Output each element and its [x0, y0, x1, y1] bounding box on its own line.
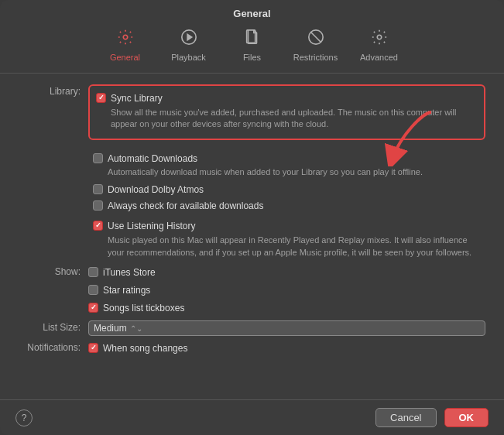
- ok-button[interactable]: OK: [444, 408, 489, 427]
- star-ratings-label: Star ratings: [103, 284, 150, 297]
- list-size-row: List Size: Medium ⌃⌄: [19, 320, 485, 336]
- automatic-downloads-row[interactable]: Automatic Downloads: [93, 151, 485, 167]
- list-size-label: List Size:: [19, 320, 88, 333]
- listening-history-checkbox[interactable]: [93, 221, 103, 231]
- songs-list-row[interactable]: Songs list tickboxes: [88, 300, 485, 317]
- listening-history-row[interactable]: Use Listening History: [93, 218, 485, 235]
- when-song-changes-row[interactable]: When song changes: [88, 341, 485, 357]
- tab-restrictions[interactable]: Restrictions: [285, 26, 347, 65]
- sync-library-checkbox[interactable]: [96, 93, 106, 103]
- show-content: iTunes Store Star ratings Songs list tic…: [88, 265, 485, 316]
- window-title: General: [0, 0, 504, 22]
- list-size-arrow-icon: ⌃⌄: [130, 324, 142, 333]
- tab-general[interactable]: General: [94, 26, 156, 65]
- star-ratings-row[interactable]: Star ratings: [88, 283, 485, 299]
- songs-list-checkbox[interactable]: [88, 303, 98, 313]
- toolbar: General Playback Files: [0, 22, 504, 74]
- automatic-downloads-description: Automatically download music when added …: [108, 166, 485, 178]
- notifications-row: Notifications: When song changes: [19, 341, 485, 357]
- playback-label: Playback: [171, 53, 206, 62]
- sync-library-row[interactable]: Sync Library: [96, 91, 478, 107]
- action-buttons: Cancel OK: [375, 408, 489, 427]
- help-button[interactable]: ?: [15, 409, 33, 426]
- automatic-downloads-label: Automatic Downloads: [108, 152, 197, 166]
- notifications-label: Notifications:: [19, 341, 88, 353]
- library-label: Library:: [19, 84, 88, 97]
- star-ratings-checkbox[interactable]: [88, 285, 98, 295]
- files-label: Files: [243, 53, 261, 62]
- cancel-button[interactable]: Cancel: [375, 408, 436, 427]
- notifications-content: When song changes: [88, 341, 485, 357]
- tab-files[interactable]: Files: [221, 26, 283, 65]
- when-song-changes-label: When song changes: [103, 342, 187, 355]
- listening-history-label: Use Listening History: [108, 220, 195, 233]
- files-icon: [244, 29, 261, 50]
- itunes-store-label: iTunes Store: [103, 266, 156, 279]
- general-label: General: [110, 53, 140, 62]
- show-label: Show:: [19, 265, 88, 277]
- restrictions-label: Restrictions: [293, 53, 338, 62]
- content-area: Library: Sync Library Show all the music…: [0, 74, 504, 399]
- songs-list-label: Songs list tickboxes: [103, 302, 184, 315]
- advanced-label: Advanced: [360, 53, 398, 62]
- always-check-row[interactable]: Always check for available downloads: [93, 198, 485, 214]
- main-window: General General Playback: [0, 0, 504, 435]
- sync-library-label: Sync Library: [111, 92, 163, 105]
- dolby-atmos-label: Download Dolby Atmos: [108, 183, 204, 197]
- restrictions-icon: [307, 29, 324, 50]
- svg-point-6: [377, 35, 382, 39]
- bottom-bar: ? Cancel OK: [0, 399, 504, 435]
- list-size-select[interactable]: Medium ⌃⌄: [88, 320, 485, 336]
- tab-playback[interactable]: Playback: [158, 26, 220, 65]
- list-size-value: Medium: [94, 323, 127, 334]
- automatic-downloads-checkbox[interactable]: [93, 153, 103, 163]
- list-size-content: Medium ⌃⌄: [88, 320, 485, 336]
- playback-icon: [180, 29, 197, 50]
- sync-library-description: Show all the music you've added, purchas…: [111, 107, 478, 131]
- general-icon: [117, 29, 134, 50]
- svg-point-0: [123, 35, 128, 39]
- always-check-checkbox[interactable]: [93, 200, 103, 211]
- show-row: Show: iTunes Store Star ratings Songs li…: [19, 265, 485, 316]
- library-content: Sync Library Show all the music you've a…: [88, 84, 485, 146]
- always-check-label: Always check for available downloads: [108, 200, 263, 213]
- dolby-atmos-checkbox[interactable]: [93, 184, 103, 194]
- itunes-store-row[interactable]: iTunes Store: [88, 265, 485, 281]
- sync-library-box: Sync Library Show all the music you've a…: [88, 84, 485, 140]
- listening-history-description: Music played on this Mac will appear in …: [108, 235, 485, 259]
- svg-line-5: [310, 33, 321, 43]
- tab-advanced[interactable]: Advanced: [348, 26, 410, 65]
- svg-marker-2: [187, 34, 192, 39]
- when-song-changes-checkbox[interactable]: [88, 343, 98, 353]
- itunes-store-checkbox[interactable]: [88, 267, 98, 277]
- advanced-icon: [371, 29, 388, 50]
- dolby-atmos-row[interactable]: Download Dolby Atmos: [93, 182, 485, 198]
- library-row: Library: Sync Library Show all the music…: [19, 84, 485, 146]
